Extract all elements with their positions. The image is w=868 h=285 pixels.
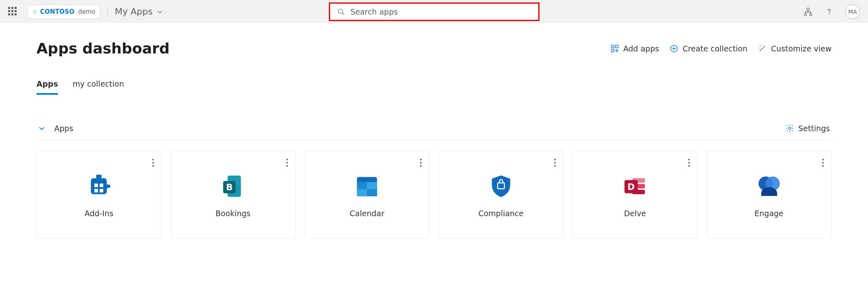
add-apps-icon [610, 44, 619, 53]
svg-point-0 [338, 9, 343, 13]
create-collection-button[interactable]: Create collection [670, 44, 747, 53]
brand-suffix: demo [78, 8, 96, 15]
app-label: Compliance [478, 209, 524, 218]
wand-icon [758, 44, 767, 53]
app-tile-calendar[interactable]: Calendar [305, 151, 430, 238]
top-right: MA [803, 4, 860, 19]
svg-rect-7 [615, 45, 618, 47]
bookings-icon: B [218, 172, 247, 201]
nav-dropdown[interactable]: My Apps [115, 6, 163, 17]
svg-rect-24 [357, 182, 367, 189]
more-icon[interactable] [418, 157, 423, 168]
svg-rect-17 [100, 189, 104, 193]
svg-rect-3 [804, 13, 807, 15]
app-tile-addins[interactable]: Add-Ins [36, 151, 162, 238]
section-header: Apps Settings [36, 124, 832, 133]
svg-rect-25 [367, 189, 377, 196]
delve-icon: D [621, 172, 650, 201]
chevron-down-icon[interactable] [38, 125, 45, 132]
svg-point-11 [761, 45, 762, 45]
divider [107, 6, 108, 17]
app-tile-delve[interactable]: D Delve [572, 151, 697, 238]
app-label: Calendar [350, 209, 384, 218]
brand-text: CONTOSO [40, 8, 75, 15]
more-icon[interactable] [285, 157, 290, 168]
svg-rect-4 [810, 13, 812, 15]
top-bar: CONTOSO demo My Apps MA [0, 0, 868, 23]
app-tile-bookings[interactable]: B Bookings [171, 151, 296, 238]
more-icon[interactable] [821, 157, 825, 168]
page-actions: Add apps Create collection Customize vie… [610, 44, 832, 53]
addins-icon [84, 172, 113, 201]
app-label: Engage [755, 209, 784, 218]
section-title: Apps [54, 124, 73, 133]
svg-rect-6 [611, 45, 614, 47]
customize-view-button[interactable]: Customize view [758, 44, 832, 53]
tabs: Apps my collection [36, 79, 832, 95]
search-box[interactable] [329, 2, 540, 21]
more-icon[interactable] [151, 157, 156, 168]
divider [36, 140, 832, 140]
page: Apps dashboard Add apps Create collectio… [0, 23, 868, 238]
svg-point-13 [789, 127, 791, 130]
app-tile-engage[interactable]: Engage [706, 151, 832, 238]
svg-text:D: D [627, 182, 635, 192]
settings-button[interactable]: Settings [785, 124, 830, 133]
svg-rect-16 [94, 189, 98, 193]
compliance-icon [486, 172, 516, 201]
contoso-logo-icon [32, 9, 38, 15]
more-icon[interactable] [552, 157, 557, 168]
app-launcher-icon[interactable] [8, 7, 18, 17]
search-icon [337, 8, 345, 16]
engage-icon [755, 172, 784, 201]
svg-point-5 [829, 13, 830, 14]
svg-point-12 [759, 48, 759, 49]
page-title: Apps dashboard [36, 40, 170, 57]
tab-apps[interactable]: Apps [36, 79, 58, 95]
svg-line-1 [342, 13, 344, 15]
svg-rect-8 [611, 49, 614, 51]
page-header: Apps dashboard Add apps Create collectio… [36, 40, 832, 57]
app-grid: Add-Ins B Bookings Calendar Compliance [36, 151, 832, 238]
app-label: Delve [624, 209, 646, 218]
org-icon[interactable] [803, 7, 813, 17]
app-label: Bookings [215, 209, 251, 218]
chevron-down-icon [157, 9, 163, 15]
plus-circle-icon [670, 44, 678, 53]
svg-rect-14 [94, 183, 98, 187]
gear-icon [785, 124, 794, 133]
avatar[interactable]: MA [845, 4, 860, 19]
search-input[interactable] [350, 7, 531, 16]
brand-box[interactable]: CONTOSO demo [28, 5, 100, 19]
svg-text:B: B [226, 182, 233, 192]
add-apps-button[interactable]: Add apps [610, 44, 659, 53]
more-icon[interactable] [687, 157, 691, 168]
help-icon[interactable] [824, 7, 834, 17]
svg-point-10 [760, 46, 761, 47]
calendar-icon [352, 172, 382, 201]
app-label: Add-Ins [85, 209, 113, 218]
svg-rect-2 [807, 8, 809, 10]
svg-rect-15 [100, 183, 104, 187]
tab-my-collection[interactable]: my collection [73, 79, 124, 95]
app-tile-compliance[interactable]: Compliance [438, 151, 563, 238]
nav-label: My Apps [115, 6, 153, 17]
